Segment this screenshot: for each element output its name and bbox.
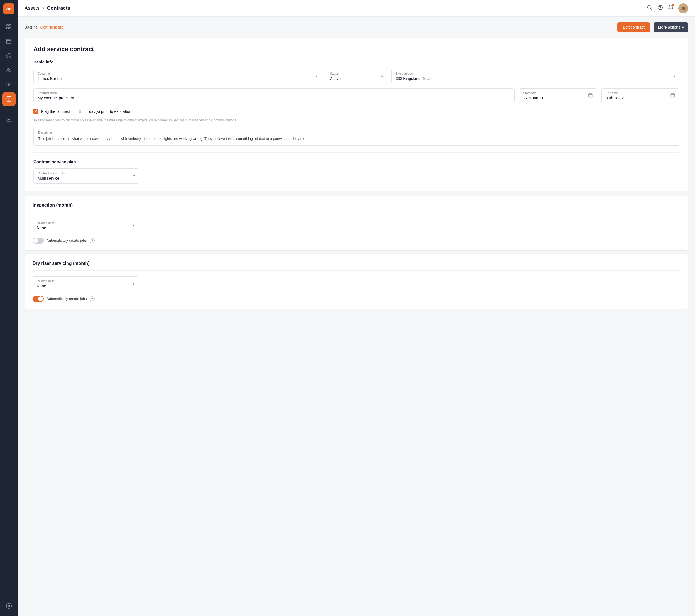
inspection-auto-jobs-label: Automatically create jobs xyxy=(47,238,87,243)
breadcrumb-separator: > xyxy=(42,5,45,11)
end-calendar-icon xyxy=(670,93,675,99)
breadcrumb-current: Contracts xyxy=(47,5,70,11)
avatar[interactable]: JB xyxy=(678,3,688,13)
notification-dot xyxy=(672,4,674,6)
end-date-label: End date xyxy=(606,91,626,95)
edit-contract-button[interactable]: Edit contract xyxy=(617,22,650,32)
dry-riser-card: Dry riser servicing (month) Related asse… xyxy=(24,254,688,309)
dry-riser-help-icon[interactable]: ? xyxy=(90,296,95,301)
chevron-down-icon: ▾ xyxy=(682,25,684,30)
inspection-auto-jobs-toggle[interactable] xyxy=(33,237,44,244)
dry-riser-asset-chevron-icon: ▾ xyxy=(133,282,134,286)
description-label: Description xyxy=(38,131,675,134)
svg-point-10 xyxy=(10,69,11,70)
back-prefix: Back to: xyxy=(24,25,39,30)
dry-riser-auto-jobs-toggle[interactable] xyxy=(33,296,44,302)
customer-field[interactable]: Customer James Bartons ▾ xyxy=(33,69,321,84)
top-header: Assets > Contracts JB xyxy=(18,0,695,17)
header-actions: JB xyxy=(647,3,688,13)
sidebar-item-contracts[interactable] xyxy=(2,93,16,106)
service-plan-label: Contract service plan xyxy=(38,171,66,175)
form-row-1: Customer James Bartons ▾ Status Active ▾… xyxy=(33,69,679,84)
start-date-field[interactable]: Start date 27th Jan 21 xyxy=(519,88,597,103)
flag-label: Flag the contract xyxy=(41,109,70,114)
avatar-initials: JB xyxy=(681,6,686,11)
sub-header: Back to: Contracts list Edit contract Mo… xyxy=(24,22,688,32)
dry-riser-related-asset-value: None xyxy=(37,284,55,288)
service-plan-field[interactable]: Contract service plan Multi service ▾ xyxy=(33,168,139,184)
svg-rect-29 xyxy=(671,94,675,98)
notification-icon[interactable] xyxy=(668,4,674,12)
help-icon[interactable] xyxy=(657,4,663,12)
flag-checkbox[interactable] xyxy=(33,109,38,114)
contract-name-value: My contract premium xyxy=(38,96,510,100)
section-separator xyxy=(33,152,679,153)
dry-riser-toggle-row: Automatically create jobs ? xyxy=(33,296,680,302)
sidebar: We. xyxy=(0,0,18,616)
contracts-list-link[interactable]: Contracts list xyxy=(40,25,63,30)
svg-line-22 xyxy=(651,9,652,10)
inspection-toggle-row: Automatically create jobs ? xyxy=(33,237,680,244)
site-address-chevron-icon: ▾ xyxy=(674,74,675,78)
inspection-help-icon[interactable]: ? xyxy=(90,238,95,243)
service-plan-title: Contract service plan xyxy=(33,159,679,164)
toggle-knob xyxy=(33,238,38,243)
sidebar-item-reports[interactable] xyxy=(2,113,16,126)
status-label: Status xyxy=(330,72,341,75)
inspection-title: Inspection (month) xyxy=(33,203,680,213)
svg-point-9 xyxy=(7,68,9,70)
back-link: Back to: Contracts list xyxy=(24,25,63,30)
sidebar-item-calendar[interactable] xyxy=(2,35,16,48)
sidebar-item-documents[interactable] xyxy=(2,78,16,91)
dry-riser-related-asset-field[interactable]: Related asset None ▾ xyxy=(33,276,138,291)
flag-days-suffix: day(s) prior to expiration xyxy=(89,109,131,114)
main-area: Assets > Contracts JB Back to: xyxy=(18,0,695,616)
contract-name-field[interactable]: Contract name My contract premium xyxy=(33,88,514,103)
status-chevron-icon: ▾ xyxy=(381,74,383,78)
sidebar-item-dashboard[interactable] xyxy=(2,20,16,33)
sidebar-item-settings[interactable] xyxy=(2,599,16,613)
svg-point-20 xyxy=(8,605,10,607)
flag-days-input[interactable] xyxy=(73,108,86,115)
dry-riser-related-asset-label: Related asset xyxy=(37,279,55,283)
app-logo: We. xyxy=(3,3,15,15)
service-plan-value: Multi service xyxy=(38,176,66,181)
flag-row: Flag the contract day(s) prior to expira… xyxy=(33,108,679,115)
svg-rect-3 xyxy=(10,27,11,29)
inspection-related-asset-field[interactable]: Related asset None ▾ xyxy=(33,218,138,233)
inspection-related-asset-label: Related asset xyxy=(37,221,55,224)
sub-header-actions: Edit contract More actions ▾ xyxy=(617,22,688,32)
start-date-value: 27th Jan 21 xyxy=(523,96,544,100)
more-actions-button[interactable]: More actions ▾ xyxy=(654,22,688,32)
inspection-asset-chevron-icon: ▾ xyxy=(133,223,134,228)
calendar-icon xyxy=(588,93,593,99)
dry-riser-auto-jobs-label: Automatically create jobs xyxy=(47,297,87,301)
svg-rect-4 xyxy=(7,39,12,44)
site-address-value: 333 Kingsland Road xyxy=(396,76,431,81)
form-title: Add service contract xyxy=(33,46,679,53)
sidebar-item-contacts[interactable] xyxy=(2,64,16,77)
customer-chevron-icon: ▾ xyxy=(316,74,317,78)
customer-label: Customer xyxy=(38,72,64,75)
description-box: Description This job is based on what wa… xyxy=(33,127,679,146)
form-row-2: Contract name My contract premium Start … xyxy=(33,88,679,103)
search-icon[interactable] xyxy=(647,4,653,12)
inspection-related-asset-value: None xyxy=(37,226,55,230)
start-date-label: Start date xyxy=(523,91,544,95)
site-address-field[interactable]: Site address 333 Kingsland Road ▾ xyxy=(391,69,679,84)
description-text: This job is based on what was discussed … xyxy=(38,136,675,141)
content-area: Back to: Contracts list Edit contract Mo… xyxy=(18,17,695,616)
svg-rect-25 xyxy=(588,94,592,98)
contract-name-label: Contract name xyxy=(38,91,510,95)
inspection-card: Inspection (month) Related asset None ▾ … xyxy=(24,196,688,251)
basic-info-title: Basic info xyxy=(33,60,679,64)
main-form-card: Add service contract Basic info Customer… xyxy=(24,38,688,191)
service-plan-chevron-icon: ▾ xyxy=(133,174,135,178)
site-address-label: Site address xyxy=(396,72,431,75)
status-field[interactable]: Status Active ▾ xyxy=(326,69,387,84)
end-date-value: 30th Jan 21 xyxy=(606,96,626,100)
customer-value: James Bartons xyxy=(38,76,64,81)
svg-point-21 xyxy=(648,5,651,9)
sidebar-item-clock[interactable] xyxy=(2,49,16,62)
end-date-field[interactable]: End date 30th Jan 21 xyxy=(601,88,679,103)
